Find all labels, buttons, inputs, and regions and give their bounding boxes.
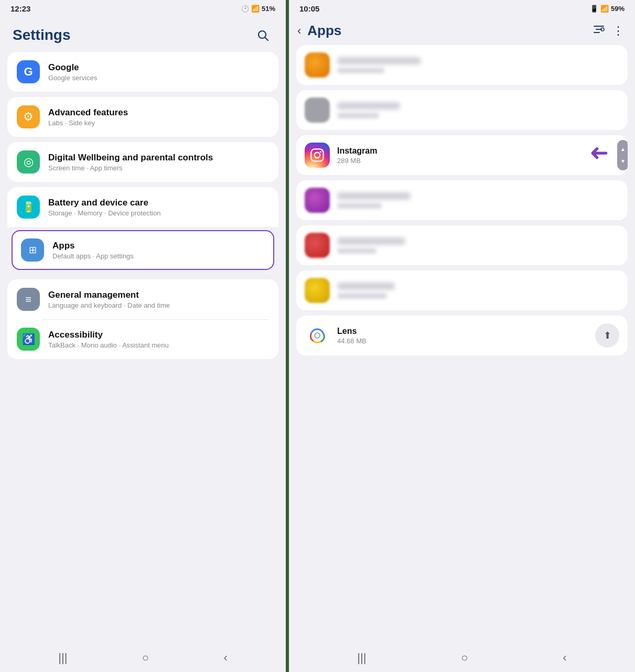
advanced-features-subtitle: Labs · Side key (48, 119, 128, 127)
accessibility-subtitle: TalkBack · Mono audio · Assistant menu (48, 341, 169, 349)
app-item-instagram[interactable]: Instagram 289 MB ➜ ▲ ▼ (296, 135, 628, 175)
advanced-features-title: Advanced features (48, 107, 128, 118)
scroll-indicator[interactable]: ▲ ▼ (617, 140, 628, 170)
battery-title: Battery and device care (48, 198, 161, 208)
apps-highlight-wrapper: ⊞ Apps Default apps · App settings (7, 227, 278, 274)
apps-list: Instagram 289 MB ➜ ▲ ▼ (289, 45, 635, 644)
scroll-up-arrow: ▲ (620, 147, 626, 152)
settings-search-button[interactable] (252, 25, 273, 46)
general-management-subtitle: Language and keyboard · Date and time (48, 301, 170, 309)
app-size-blurred-5 (337, 293, 387, 299)
settings-item-advanced[interactable]: ⚙ Advanced features Labs · Side key (7, 97, 278, 137)
app-name-blurred-4 (337, 237, 405, 245)
app-card-blurred-4 (296, 225, 628, 265)
left-nav-back[interactable]: ‹ (223, 651, 227, 665)
google-subtitle: Google services (48, 74, 97, 82)
advanced-features-text: Advanced features Labs · Side key (48, 107, 128, 127)
left-nav-menu[interactable]: ||| (58, 651, 67, 665)
app-item-blurred-1[interactable] (296, 45, 628, 85)
app-icon-blurred-5 (305, 278, 330, 303)
app-info-blurred-1 (337, 57, 619, 73)
advanced-features-icon: ⚙ (17, 105, 40, 128)
app-item-blurred-5[interactable] (296, 270, 628, 310)
left-bottom-nav: ||| ○ ‹ (0, 644, 286, 672)
app-icon-blurred-2 (305, 97, 330, 123)
time-left: 12:23 (10, 4, 30, 13)
settings-item-accessibility[interactable]: ♿ Accessibility TalkBack · Mono audio · … (7, 319, 278, 359)
app-size-blurred-2 (337, 113, 379, 118)
app-name-blurred-5 (337, 283, 395, 290)
app-size-blurred-1 (337, 68, 384, 73)
settings-item-google[interactable]: G Google Google services (7, 52, 278, 92)
instagram-info: Instagram 289 MB (337, 146, 619, 165)
google-title: Google (48, 62, 97, 73)
status-icons-right: 📱 📶 59% (590, 5, 625, 13)
svg-point-10 (315, 333, 320, 338)
settings-title: Settings (13, 27, 70, 44)
settings-card-google: G Google Google services (7, 52, 278, 92)
accessibility-text: Accessibility TalkBack · Mono audio · As… (48, 330, 169, 349)
settings-card-general: ≡ General management Language and keyboa… (7, 279, 278, 359)
settings-item-apps[interactable]: ⊞ Apps Default apps · App settings (13, 231, 273, 269)
app-icon-blurred-4 (305, 233, 330, 258)
lens-info: Lens 44.68 MB (337, 327, 588, 345)
general-management-text: General management Language and keyboard… (48, 290, 170, 309)
app-info-blurred-2 (337, 102, 619, 118)
wellbeing-subtitle: Screen time · App timers (48, 164, 213, 172)
left-panel: 12:23 🕐 📶 51% Settings G Google (0, 0, 286, 672)
apps-title: Apps (52, 241, 134, 251)
status-bar-left: 12:23 🕐 📶 51% (0, 0, 286, 16)
settings-item-wellbeing[interactable]: ◎ Digital Wellbeing and parental control… (7, 142, 278, 182)
wifi-icon: 📶 (251, 5, 260, 13)
app-card-lens: Lens 44.68 MB ⬆ (296, 316, 628, 355)
battery-icon: 🔋 (17, 196, 40, 219)
instagram-app-icon (305, 143, 330, 168)
accessibility-icon: ♿ (17, 328, 40, 351)
scroll-to-top-icon: ⬆ (604, 330, 611, 341)
settings-item-battery[interactable]: 🔋 Battery and device care Storage · Memo… (7, 187, 278, 227)
more-options-icon[interactable]: ⋮ (612, 24, 625, 38)
instagram-name: Instagram (337, 146, 619, 156)
right-nav-home[interactable]: ○ (461, 651, 468, 665)
back-button[interactable]: ‹ (297, 25, 301, 37)
settings-item-apps-highlighted[interactable]: ⊞ Apps Default apps · App settings (12, 230, 274, 270)
apps-text: Apps Default apps · App settings (52, 241, 134, 260)
accessibility-title: Accessibility (48, 330, 169, 340)
battery-right: 59% (611, 5, 625, 13)
left-nav-home[interactable]: ○ (142, 651, 149, 665)
lens-app-icon (305, 323, 330, 348)
lens-size: 44.68 MB (337, 337, 588, 345)
app-card-blurred-2 (296, 90, 628, 130)
app-card-blurred-3 (296, 180, 628, 220)
app-card-instagram: Instagram 289 MB ➜ ▲ ▼ (296, 135, 628, 175)
time-right: 10:05 (299, 4, 319, 13)
app-item-blurred-4[interactable] (296, 225, 628, 265)
svg-line-1 (265, 38, 268, 40)
app-icon-blurred-3 (305, 188, 330, 213)
svg-point-0 (259, 31, 266, 38)
apps-icon: ⊞ (21, 239, 44, 262)
right-nav-back[interactable]: ‹ (563, 651, 566, 665)
status-bar-right: 10:05 📱 📶 59% (289, 0, 635, 16)
right-nav-menu[interactable]: ||| (357, 651, 366, 665)
app-name-blurred-2 (337, 102, 400, 110)
svg-point-9 (320, 151, 322, 153)
general-management-title: General management (48, 290, 170, 300)
app-item-blurred-2[interactable] (296, 90, 628, 130)
wifi-icon-right: 📶 (600, 5, 609, 13)
filter-list-icon[interactable] (593, 24, 605, 37)
settings-header: Settings (0, 16, 286, 52)
wellbeing-text: Digital Wellbeing and parental controls … (48, 153, 213, 172)
settings-item-general[interactable]: ≡ General management Language and keyboa… (7, 279, 278, 319)
svg-point-8 (315, 153, 320, 158)
svg-rect-7 (311, 149, 323, 161)
apps-header-title: Apps (307, 23, 586, 39)
scroll-to-top-button[interactable]: ⬆ (595, 323, 619, 348)
right-panel: 10:05 📱 📶 59% ‹ Apps ⋮ (289, 0, 635, 672)
app-item-lens[interactable]: Lens 44.68 MB ⬆ (296, 316, 628, 355)
app-size-blurred-3 (337, 203, 382, 209)
general-management-icon: ≡ (17, 288, 40, 311)
alarm-icon: 🕐 (241, 5, 249, 13)
app-item-blurred-3[interactable] (296, 180, 628, 220)
settings-card-advanced: ⚙ Advanced features Labs · Side key (7, 97, 278, 137)
